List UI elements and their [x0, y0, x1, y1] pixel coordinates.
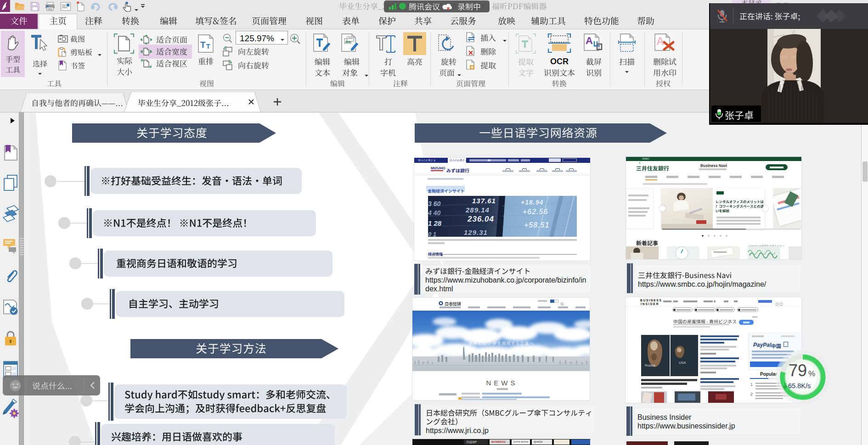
svg-text:*: * — [77, 1, 79, 7]
svg-text:A: A — [656, 35, 664, 47]
svg-text:T: T — [200, 40, 206, 50]
svg-text:T: T — [206, 43, 210, 50]
svg-text:A: A — [586, 35, 593, 46]
